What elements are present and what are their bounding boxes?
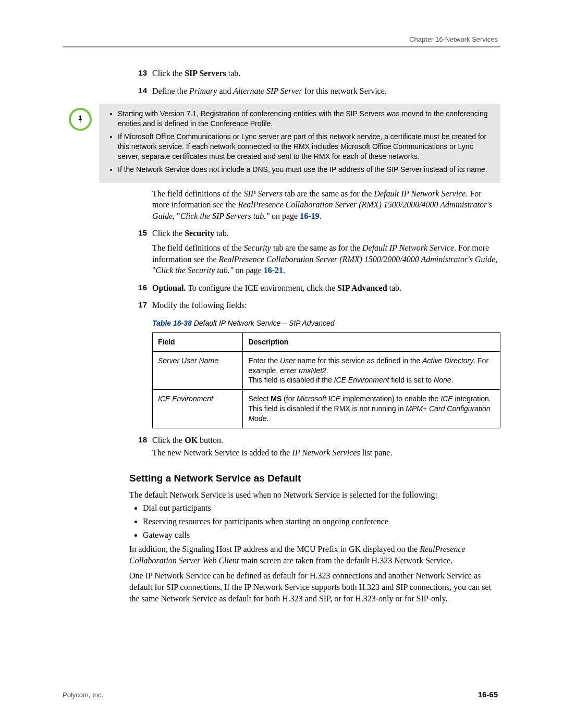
section-heading: Setting a Network Service as Default	[129, 472, 500, 485]
table-header-field: Field	[153, 332, 243, 351]
step-15: 15 Click the Security tab. The field def…	[130, 228, 500, 279]
list-item: Reserving resources for participants whe…	[143, 516, 500, 527]
step-number: 17	[130, 300, 152, 428]
header-rule	[63, 46, 500, 47]
page-body: 13 Click the SIP Servers tab. 14 Define …	[130, 68, 500, 604]
step-number: 18	[130, 435, 152, 461]
pin-icon	[69, 108, 92, 131]
document-page: Chapter 16-Network Services 13 Click the…	[0, 0, 563, 728]
note-box: Starting with Version 7.1, Registration …	[99, 104, 500, 182]
note-bullet: If Microsoft Office Communications or Ly…	[118, 132, 493, 162]
table-row: Server User Name Enter the User name for…	[153, 351, 500, 390]
page-ref-link[interactable]: 16-21	[264, 266, 283, 275]
table-caption: Table 16-38 Default IP Network Service –…	[152, 318, 500, 328]
step-18: 18 Click the OK button. The new Network …	[130, 435, 500, 461]
sip-advanced-table: Field Description Server User Name Enter…	[152, 332, 500, 428]
step-14: 14 Define the Primary and Alternate SIP …	[130, 85, 500, 100]
note-bullet: Starting with Version 7.1, Registration …	[118, 109, 493, 129]
body-paragraph: One IP Network Service can be defined as…	[129, 570, 500, 604]
step-number: 13	[130, 68, 152, 82]
step-number: 16	[130, 282, 152, 297]
step-number: 14	[130, 85, 152, 100]
table-header-desc: Description	[243, 332, 500, 351]
footer-company: Polycom, Inc.	[63, 691, 103, 699]
footer-page-number: 16-65	[478, 690, 498, 699]
step-16: 16 Optional. To configure the ICE enviro…	[130, 282, 500, 297]
list-item: Gateway calls	[143, 529, 500, 541]
note-bullet: If the Network Service does not include …	[118, 165, 493, 175]
step-number: 15	[130, 228, 152, 279]
step-17: 17 Modify the following fields: Table 16…	[130, 300, 500, 428]
step-14-continued: The field definitions of the SIP Servers…	[130, 188, 500, 225]
body-paragraph: The default Network Service is used when…	[129, 489, 500, 501]
step-13: 13 Click the SIP Servers tab.	[130, 68, 500, 82]
page-ref-link[interactable]: 16-19	[300, 212, 319, 220]
table-row: ICE Environment Select MS (for Microsoft…	[153, 390, 500, 428]
step-body: Define the Primary and Alternate SIP Ser…	[152, 85, 500, 100]
step-body: Click the SIP Servers tab.	[152, 68, 500, 82]
body-paragraph: In addition, the Signaling Host IP addre…	[129, 544, 500, 566]
running-header: Chapter 16-Network Services	[409, 35, 498, 43]
bullet-list: Dial out participants Reserving resource…	[129, 502, 500, 540]
list-item: Dial out participants	[143, 502, 500, 514]
